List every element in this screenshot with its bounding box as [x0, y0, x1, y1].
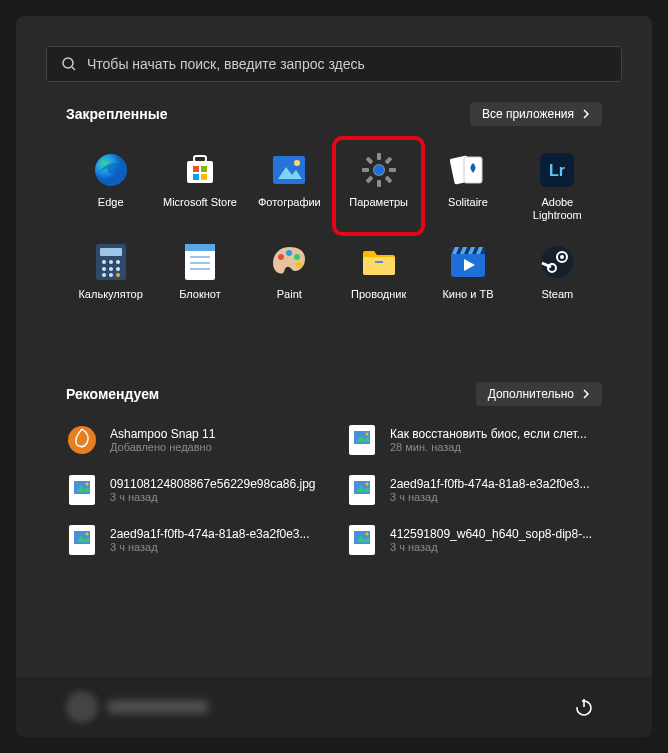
- chevron-right-icon: [582, 109, 590, 119]
- app-microsoft-store[interactable]: Microsoft Store: [155, 144, 244, 232]
- edge-icon: [91, 150, 131, 190]
- app-steam[interactable]: Steam: [513, 236, 602, 311]
- svg-rect-18: [365, 176, 373, 184]
- avatar: [66, 691, 98, 723]
- svg-point-35: [109, 273, 113, 277]
- recommended-grid: Ashampoo Snap 11 Добавлено недавно Как в…: [66, 424, 602, 556]
- svg-point-31: [102, 267, 106, 271]
- chevron-right-icon: [582, 389, 590, 399]
- ashampoo-icon: [66, 424, 98, 456]
- store-icon: [180, 150, 220, 190]
- svg-point-33: [116, 267, 120, 271]
- app-label: Параметры: [349, 196, 408, 209]
- rec-title: 412591809_w640_h640_sop8-dip8-...: [390, 527, 592, 541]
- svg-point-44: [294, 254, 300, 260]
- calculator-icon: [91, 242, 131, 282]
- rec-title: 2aed9a1f-f0fb-474a-81a8-e3a2f0e3...: [390, 477, 590, 491]
- svg-point-29: [109, 260, 113, 264]
- user-account[interactable]: [66, 691, 208, 723]
- svg-text:Lr: Lr: [549, 162, 565, 179]
- folder-icon: [359, 242, 399, 282]
- rec-subtitle: Добавлено недавно: [110, 441, 215, 453]
- rec-title: 2aed9a1f-f0fb-474a-81a8-e3a2f0e3...: [110, 527, 310, 541]
- svg-point-32: [109, 267, 113, 271]
- svg-rect-27: [100, 248, 122, 256]
- svg-rect-9: [273, 156, 305, 184]
- svg-rect-5: [193, 166, 199, 172]
- recommended-section: Рекомендуем Дополнительно Ashampoo Snap …: [16, 382, 652, 556]
- rec-item-image4[interactable]: 412591809_w640_h640_sop8-dip8-... 3 ч на…: [346, 524, 602, 556]
- app-edge[interactable]: Edge: [66, 144, 155, 232]
- search-placeholder: Чтобы начать поиск, введите запрос здесь: [87, 56, 365, 72]
- paint-icon: [269, 242, 309, 282]
- svg-point-80: [366, 532, 369, 535]
- svg-rect-20: [384, 176, 392, 184]
- app-movies-tv[interactable]: Кино и ТВ: [423, 236, 512, 311]
- app-label: Проводник: [351, 288, 406, 301]
- app-label: Edge: [98, 196, 124, 209]
- svg-point-45: [296, 262, 302, 268]
- svg-point-60: [68, 426, 96, 454]
- notepad-icon: [180, 242, 220, 282]
- svg-rect-4: [194, 156, 206, 162]
- svg-rect-6: [201, 166, 207, 172]
- rec-item-ashampoo[interactable]: Ashampoo Snap 11 Добавлено недавно: [66, 424, 322, 456]
- image-file-icon: [66, 474, 98, 506]
- rec-item-image3[interactable]: 2aed9a1f-f0fb-474a-81a8-e3a2f0e3... 3 ч …: [66, 524, 322, 556]
- svg-point-21: [374, 165, 384, 175]
- search-input[interactable]: Чтобы начать поиск, введите запрос здесь: [46, 46, 622, 82]
- rec-title: Как восстановить биос, если слет...: [390, 427, 587, 441]
- recommended-title: Рекомендуем: [66, 386, 159, 402]
- app-label: Microsoft Store: [163, 196, 237, 209]
- movies-icon: [448, 242, 488, 282]
- more-button[interactable]: Дополнительно: [476, 382, 602, 406]
- app-notepad[interactable]: Блокнот: [155, 236, 244, 311]
- app-label: Steam: [541, 288, 573, 301]
- app-paint[interactable]: Paint: [245, 236, 334, 311]
- app-settings[interactable]: Параметры: [334, 144, 423, 232]
- power-button[interactable]: [566, 689, 602, 725]
- svg-point-55: [541, 246, 573, 278]
- app-explorer[interactable]: Проводник: [334, 236, 423, 311]
- svg-point-42: [278, 254, 284, 260]
- rec-title: Ashampoo Snap 11: [110, 427, 215, 441]
- photos-icon: [269, 150, 309, 190]
- svg-point-68: [86, 482, 89, 485]
- svg-point-76: [86, 532, 89, 535]
- rec-item-image2[interactable]: 2aed9a1f-f0fb-474a-81a8-e3a2f0e3... 3 ч …: [346, 474, 602, 506]
- solitaire-icon: [448, 150, 488, 190]
- all-apps-button[interactable]: Все приложения: [470, 102, 602, 126]
- username: [108, 701, 208, 713]
- svg-rect-3: [187, 161, 213, 183]
- svg-rect-13: [377, 153, 381, 160]
- svg-rect-17: [384, 157, 392, 165]
- svg-point-43: [286, 250, 292, 256]
- rec-title: 091108124808867e56229e98ca86.jpg: [110, 477, 316, 491]
- svg-point-34: [102, 273, 106, 277]
- pinned-title: Закрепленные: [66, 106, 168, 122]
- rec-subtitle: 28 мин. назад: [390, 441, 587, 453]
- svg-point-57: [560, 255, 564, 259]
- rec-item-image1[interactable]: 091108124808867e56229e98ca86.jpg 3 ч наз…: [66, 474, 322, 506]
- rec-subtitle: 3 ч назад: [110, 491, 316, 503]
- svg-rect-38: [185, 244, 215, 251]
- search-icon: [61, 56, 77, 72]
- svg-point-36: [116, 273, 120, 277]
- app-label: Кино и ТВ: [442, 288, 493, 301]
- app-photos[interactable]: Фотографии: [245, 144, 334, 232]
- image-file-icon: [346, 474, 378, 506]
- rec-subtitle: 3 ч назад: [390, 541, 592, 553]
- app-solitaire[interactable]: Solitaire: [423, 144, 512, 232]
- all-apps-label: Все приложения: [482, 107, 574, 121]
- rec-item-bios[interactable]: Как восстановить биос, если слет... 28 м…: [346, 424, 602, 456]
- app-lightroom[interactable]: Lr Adobe Lightroom: [513, 144, 602, 232]
- pinned-section: Закрепленные Все приложения Edge Microso…: [16, 102, 652, 312]
- steam-icon: [537, 242, 577, 282]
- lightroom-icon: Lr: [537, 150, 577, 190]
- app-label: Paint: [277, 288, 302, 301]
- app-calculator[interactable]: Калькулятор: [66, 236, 155, 311]
- svg-point-72: [366, 482, 369, 485]
- image-file-icon: [66, 524, 98, 556]
- svg-point-28: [102, 260, 106, 264]
- svg-rect-8: [201, 174, 207, 180]
